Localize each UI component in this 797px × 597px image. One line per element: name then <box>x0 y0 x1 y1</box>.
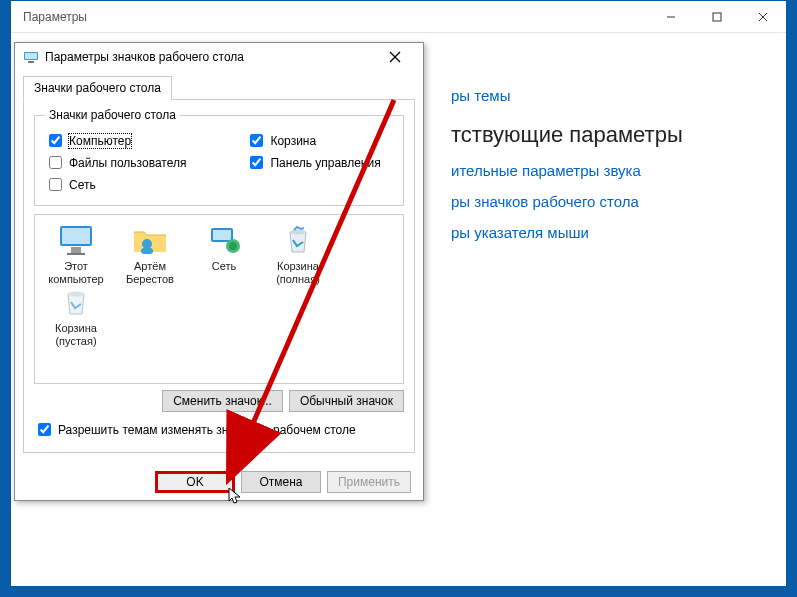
network-icon <box>204 223 244 257</box>
related-settings-heading: тствующие параметры <box>451 122 756 148</box>
dialog-title: Параметры значков рабочего стола <box>45 50 244 64</box>
svg-point-13 <box>142 239 152 249</box>
checkbox-computer[interactable]: Компьютер <box>45 131 186 150</box>
checkbox-network-label: Сеть <box>69 178 96 192</box>
user-folder-icon <box>130 223 170 257</box>
svg-rect-14 <box>141 248 153 254</box>
apply-button[interactable]: Применить <box>327 471 411 493</box>
icon-label: Корзина(пустая) <box>41 322 111 347</box>
svg-point-18 <box>290 230 306 235</box>
checkbox-network[interactable]: Сеть <box>45 175 186 194</box>
ok-button[interactable]: OK <box>155 471 235 493</box>
svg-point-19 <box>68 292 84 297</box>
dialog-titlebar: Параметры значков рабочего стола <box>15 43 423 71</box>
icon-label: Этоткомпьютер <box>41 260 111 285</box>
checkbox-recycle-bin[interactable]: Корзина <box>246 131 380 150</box>
checkbox-computer-input[interactable] <box>49 134 62 147</box>
svg-rect-1 <box>713 13 721 21</box>
icon-preview-area[interactable]: Этоткомпьютер АртёмБерестов Сеть <box>34 214 404 384</box>
settings-titlebar: Параметры <box>11 1 786 33</box>
desktop-icons-group: Значки рабочего стола Компьютер Файлы по… <box>34 108 404 206</box>
icon-label: АртёмБерестов <box>115 260 185 285</box>
svg-rect-10 <box>62 228 90 244</box>
cancel-button[interactable]: Отмена <box>241 471 321 493</box>
checkbox-recycle-bin-label: Корзина <box>270 134 316 148</box>
checkbox-control-panel[interactable]: Панель управления <box>246 153 380 172</box>
desktop-icons-dialog: Параметры значков рабочего стола Значки … <box>14 42 424 501</box>
recycle-bin-full-icon <box>278 223 318 257</box>
icon-label: Корзина(полная) <box>263 260 333 285</box>
checkbox-allow-themes[interactable]: Разрешить темам изменять значки на рабоч… <box>34 420 404 439</box>
preview-icon-this-pc[interactable]: Этоткомпьютер <box>41 223 111 285</box>
checkbox-network-input[interactable] <box>49 178 62 191</box>
checkbox-control-panel-input[interactable] <box>250 156 263 169</box>
link-mouse-pointer-settings[interactable]: ры указателя мыши <box>451 224 756 241</box>
checkbox-user-files[interactable]: Файлы пользователя <box>45 153 186 172</box>
link-desktop-icons-settings[interactable]: ры значков рабочего стола <box>451 193 756 210</box>
recycle-bin-empty-icon <box>56 285 96 319</box>
preview-icon-recycle-empty[interactable]: Корзина(пустая) <box>41 285 111 347</box>
checkbox-allow-themes-label: Разрешить темам изменять значки на рабоч… <box>58 423 356 437</box>
svg-rect-5 <box>25 53 37 59</box>
close-button[interactable] <box>740 1 786 32</box>
checkbox-user-files-input[interactable] <box>49 156 62 169</box>
svg-rect-16 <box>213 230 231 240</box>
default-icon-button[interactable]: Обычный значок <box>289 390 404 412</box>
tab-desktop-icons[interactable]: Значки рабочего стола <box>23 76 172 100</box>
group-legend: Значки рабочего стола <box>45 108 180 122</box>
checkbox-recycle-bin-input[interactable] <box>250 134 263 147</box>
icon-label: Сеть <box>189 260 259 273</box>
svg-rect-11 <box>71 247 81 253</box>
settings-title: Параметры <box>23 10 87 24</box>
svg-rect-12 <box>67 253 85 255</box>
link-sound-settings[interactable]: ительные параметры звука <box>451 162 756 179</box>
preview-icon-user-folder[interactable]: АртёмБерестов <box>115 223 185 285</box>
checkbox-user-files-label: Файлы пользователя <box>69 156 186 170</box>
checkbox-control-panel-label: Панель управления <box>270 156 380 170</box>
checkbox-computer-label: Компьютер <box>69 134 131 148</box>
monitor-icon <box>56 223 96 257</box>
minimize-button[interactable] <box>648 1 694 32</box>
window-system-buttons <box>648 1 786 32</box>
dialog-icon <box>23 49 39 65</box>
preview-icon-network[interactable]: Сеть <box>189 223 259 285</box>
tab-panel: Значки рабочего стола Компьютер Файлы по… <box>23 100 415 453</box>
dialog-close-button[interactable] <box>389 51 417 63</box>
change-icon-button[interactable]: Сменить значок... <box>162 390 283 412</box>
dialog-footer: OK Отмена Применить <box>15 461 423 505</box>
dialog-body: Значки рабочего стола Значки рабочего ст… <box>15 71 423 461</box>
svg-rect-6 <box>28 61 34 63</box>
tabstrip: Значки рабочего стола <box>23 75 415 100</box>
checkbox-allow-themes-input[interactable] <box>38 423 51 436</box>
icon-action-buttons: Сменить значок... Обычный значок <box>34 390 404 412</box>
preview-icon-recycle-full[interactable]: Корзина(полная) <box>263 223 333 285</box>
link-theme-settings[interactable]: ры темы <box>451 87 756 104</box>
maximize-button[interactable] <box>694 1 740 32</box>
